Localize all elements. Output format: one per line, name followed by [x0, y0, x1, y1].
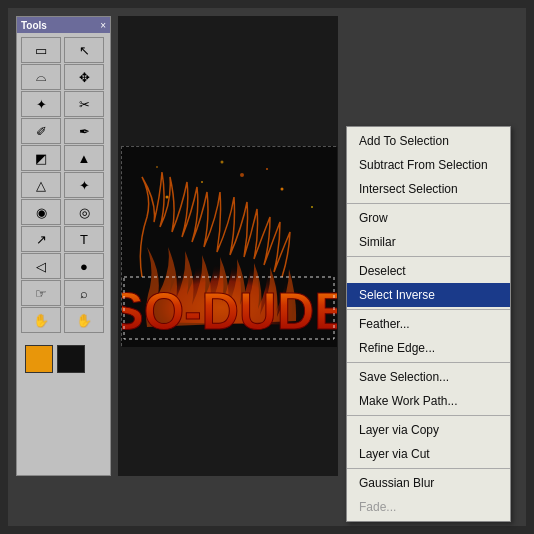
- type-tool[interactable]: T: [64, 226, 104, 252]
- tool-grid: ▭ ↖ ⌓ ✥ ✦ ✂ ✐ ✒ ◩ ▲ △ ✦ ◉ ◎ ↗ T ◁ ● ☞ ⌕: [21, 37, 106, 333]
- slice-tool[interactable]: ✂: [64, 91, 104, 117]
- menu-section-layer: Layer via Copy Layer via Cut: [347, 416, 510, 469]
- canvas-area: SO-DUDE: [118, 16, 338, 476]
- dodge-tool[interactable]: ◎: [64, 199, 104, 225]
- pencil-tool[interactable]: △: [21, 172, 61, 198]
- menu-section-deselect: Deselect Select Inverse: [347, 257, 510, 310]
- menu-section-feather: Feather... Refine Edge...: [347, 310, 510, 363]
- menu-item-save-selection[interactable]: Save Selection...: [347, 365, 510, 389]
- toolbar-title: Tools: [21, 20, 47, 31]
- path-tool[interactable]: ◁: [21, 253, 61, 279]
- svg-text:SO-DUDE: SO-DUDE: [122, 282, 337, 340]
- menu-item-feather[interactable]: Feather...: [347, 312, 510, 336]
- menu-section-grow-similar: Grow Similar: [347, 204, 510, 257]
- menu-item-grow[interactable]: Grow: [347, 206, 510, 230]
- menu-section-filter: Gaussian Blur Fade...: [347, 469, 510, 521]
- toolbar-body: ▭ ↖ ⌓ ✥ ✦ ✂ ✐ ✒ ◩ ▲ △ ✦ ◉ ◎ ↗ T ◁ ● ☞ ⌕: [17, 33, 110, 381]
- svg-point-4: [201, 181, 203, 183]
- svg-point-3: [165, 196, 168, 199]
- stamp-tool[interactable]: ◩: [21, 145, 61, 171]
- menu-item-make-work-path[interactable]: Make Work Path...: [347, 389, 510, 413]
- menu-item-fade: Fade...: [347, 495, 510, 519]
- close-button[interactable]: ×: [100, 20, 106, 31]
- context-menu: Add To Selection Subtract From Selection…: [346, 126, 511, 522]
- blur-tool[interactable]: ◉: [21, 199, 61, 225]
- move-tool[interactable]: ↖: [64, 37, 104, 63]
- magic-wand-tool[interactable]: ✥: [64, 64, 104, 90]
- menu-item-refine-edge[interactable]: Refine Edge...: [347, 336, 510, 360]
- svg-point-8: [156, 166, 158, 168]
- menu-item-layer-via-copy[interactable]: Layer via Copy: [347, 418, 510, 442]
- heal-tool[interactable]: ✐: [21, 118, 61, 144]
- svg-point-9: [220, 161, 223, 164]
- background-color[interactable]: [57, 345, 85, 373]
- foreground-color[interactable]: [25, 345, 53, 373]
- flame-canvas: SO-DUDE: [121, 146, 336, 346]
- toolbar-panel: Tools × ▭ ↖ ⌓ ✥ ✦ ✂ ✐ ✒ ◩ ▲ △ ✦ ◉ ◎ ↗ T …: [16, 16, 111, 476]
- svg-point-6: [280, 188, 283, 191]
- gradient-tool[interactable]: ✦: [64, 172, 104, 198]
- menu-item-similar[interactable]: Similar: [347, 230, 510, 254]
- svg-point-5: [240, 173, 244, 177]
- pen-tool[interactable]: ↗: [21, 226, 61, 252]
- shape-tool[interactable]: ●: [64, 253, 104, 279]
- menu-section-save: Save Selection... Make Work Path...: [347, 363, 510, 416]
- menu-item-intersect-selection[interactable]: Intersect Selection: [347, 177, 510, 201]
- toolbar-title-bar: Tools ×: [17, 17, 110, 33]
- hand-tool[interactable]: ✋: [21, 307, 61, 333]
- color-swatch-area: [21, 341, 106, 377]
- zoom-tool[interactable]: ⌕: [64, 280, 104, 306]
- svg-point-7: [311, 206, 313, 208]
- notes-tool[interactable]: ☞: [21, 280, 61, 306]
- main-container: Tools × ▭ ↖ ⌓ ✥ ✦ ✂ ✐ ✒ ◩ ▲ △ ✦ ◉ ◎ ↗ T …: [0, 0, 534, 534]
- menu-item-layer-via-cut[interactable]: Layer via Cut: [347, 442, 510, 466]
- eyedropper-tool[interactable]: ✋: [64, 307, 104, 333]
- menu-item-subtract-from-selection[interactable]: Subtract From Selection: [347, 153, 510, 177]
- svg-point-10: [266, 168, 268, 170]
- eraser-tool[interactable]: ▲: [64, 145, 104, 171]
- crop-tool[interactable]: ✦: [21, 91, 61, 117]
- flame-text-svg: SO-DUDE: [122, 147, 337, 347]
- menu-item-select-inverse[interactable]: Select Inverse: [347, 283, 510, 307]
- menu-item-gaussian-blur[interactable]: Gaussian Blur: [347, 471, 510, 495]
- menu-item-add-to-selection[interactable]: Add To Selection: [347, 129, 510, 153]
- brush-tool[interactable]: ✒: [64, 118, 104, 144]
- menu-item-deselect[interactable]: Deselect: [347, 259, 510, 283]
- marquee-rect-tool[interactable]: ▭: [21, 37, 61, 63]
- menu-section-selection-ops: Add To Selection Subtract From Selection…: [347, 127, 510, 204]
- lasso-tool[interactable]: ⌓: [21, 64, 61, 90]
